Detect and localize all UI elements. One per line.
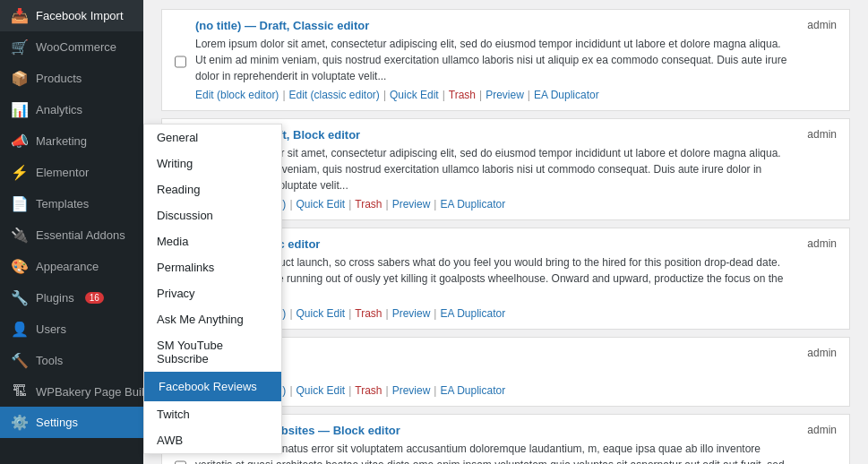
- sidebar-item-analytics[interactable]: 📊Analytics: [0, 94, 143, 125]
- action-separator: |: [289, 384, 292, 397]
- action-separator: |: [434, 384, 436, 397]
- sidebar-item-label: Appearance: [36, 260, 99, 273]
- action-separator: |: [528, 89, 530, 101]
- submenu-item-privacy[interactable]: Privacy: [144, 280, 281, 306]
- action-separator: |: [289, 198, 292, 211]
- submenu-item-discussion[interactable]: Discussion: [144, 202, 281, 228]
- post-author-4: admin: [801, 424, 837, 464]
- post-author-2: admin: [801, 237, 837, 320]
- sidebar-item-wpbakery[interactable]: 🏗WPBakery Page Builder: [0, 376, 143, 407]
- sidebar-item-marketing[interactable]: 📣Marketing: [0, 125, 143, 157]
- post-action-edit-(classic-editor)-0[interactable]: Edit (classic editor): [289, 89, 380, 101]
- sidebar-item-elementor[interactable]: ⚡Elementor: [0, 157, 143, 188]
- sidebar-item-plugins[interactable]: 🔧Plugins16: [0, 282, 143, 314]
- post-action-preview-3[interactable]: Preview: [392, 384, 431, 397]
- action-separator: |: [386, 384, 389, 397]
- post-content-2: — Draft, Classic editorParallel path pro…: [195, 237, 792, 320]
- submenu-item-writing[interactable]: Writing: [144, 150, 281, 176]
- sidebar-item-label: Templates: [36, 197, 89, 211]
- post-content-1: (no title) — Draft, Block editorLorem ip…: [195, 128, 792, 211]
- sidebar-item-label: Analytics: [36, 103, 82, 116]
- post-actions-1: Edit (classic editor)|Quick Edit|Trash|P…: [195, 198, 792, 211]
- post-action-trash-0[interactable]: Trash: [449, 89, 476, 101]
- tools-icon: 🔨: [11, 352, 29, 369]
- post-content-3: , Block editorhnhnEdit (classic editor)|…: [195, 347, 792, 397]
- post-author-3: admin: [801, 347, 837, 397]
- post-action-ea-duplicator-0[interactable]: EA Duplicator: [534, 89, 599, 101]
- submenu-item-awb[interactable]: AWB: [144, 427, 281, 453]
- post-title-3: , Block editor: [195, 347, 792, 360]
- sidebar-item-tools[interactable]: 🔨Tools: [0, 345, 143, 376]
- post-actions-3: Edit (classic editor)|Quick Edit|Trash|P…: [195, 384, 792, 397]
- settings-icon: ⚙️: [11, 414, 29, 431]
- analytics-icon: 📊: [11, 101, 29, 118]
- submenu-item-twitch[interactable]: Twitch: [144, 401, 281, 427]
- sidebar-item-woocommerce[interactable]: 🛒WooCommerce: [0, 31, 143, 63]
- action-separator: |: [282, 89, 285, 101]
- submenu-item-permalinks[interactable]: Permalinks: [144, 254, 281, 280]
- sidebar-item-label: Settings: [36, 416, 78, 429]
- sidebar-item-label: Users: [36, 322, 66, 336]
- submenu-item-facebook-reviews[interactable]: Facebook Reviews: [144, 372, 281, 401]
- post-excerpt-4: s unde omnis iste natus error sit volupt…: [195, 441, 792, 464]
- post-action-quick-edit-3[interactable]: Quick Edit: [296, 384, 346, 397]
- sidebar-item-essential-addons[interactable]: 🔌Essential Addons: [0, 219, 143, 251]
- sidebar-item-label: Products: [36, 72, 82, 85]
- marketing-icon: 📣: [11, 133, 29, 150]
- elementor-icon: ⚡: [11, 164, 29, 181]
- sidebar-item-label: Essential Addons: [36, 228, 125, 242]
- sidebar-item-users[interactable]: 👤Users: [0, 314, 143, 345]
- action-separator: |: [479, 89, 482, 101]
- post-action-ea-duplicator-1[interactable]: EA Duplicator: [440, 198, 505, 211]
- sidebar-item-label: Tools: [36, 354, 63, 367]
- action-separator: |: [386, 307, 389, 320]
- action-separator: |: [434, 307, 436, 320]
- woocommerce-icon: 🛒: [11, 39, 29, 56]
- submenu-item-sm-youtube[interactable]: SM YouTube Subscribe: [144, 332, 281, 372]
- post-action-preview-2[interactable]: Preview: [392, 307, 431, 320]
- post-action-trash-2[interactable]: Trash: [355, 307, 382, 320]
- post-content-4: ples of Pink Websites — Block editors un…: [195, 424, 792, 464]
- post-title-0: (no title) — Draft, Classic editor: [195, 19, 792, 32]
- post-action-quick-edit-2[interactable]: Quick Edit: [296, 307, 346, 320]
- facebook-import-icon: 📥: [11, 7, 29, 24]
- sidebar-item-appearance[interactable]: 🎨Appearance: [0, 251, 143, 282]
- sidebar-item-label: WPBakery Page Builder: [36, 385, 143, 399]
- post-actions-2: Edit (classic editor)|Quick Edit|Trash|P…: [195, 307, 792, 320]
- action-separator: |: [289, 307, 292, 320]
- sidebar-item-settings[interactable]: ⚙️Settings: [0, 407, 143, 438]
- post-action-ea-duplicator-2[interactable]: EA Duplicator: [440, 307, 505, 320]
- sidebar-item-products[interactable]: 📦Products: [0, 63, 143, 94]
- sidebar-item-label: Plugins: [36, 291, 74, 305]
- post-action-quick-edit-0[interactable]: Quick Edit: [390, 89, 439, 101]
- post-content-0: (no title) — Draft, Classic editorLorem …: [195, 19, 792, 101]
- submenu-item-reading[interactable]: Reading: [144, 176, 281, 202]
- templates-icon: 📄: [11, 195, 29, 212]
- action-separator: |: [348, 198, 351, 211]
- post-action-preview-1[interactable]: Preview: [392, 198, 431, 211]
- sidebar-item-facebook-import[interactable]: 📥Facebook Import: [0, 0, 143, 31]
- post-action-quick-edit-1[interactable]: Quick Edit: [296, 198, 346, 211]
- submenu-item-ask-me-anything[interactable]: Ask Me Anything: [144, 306, 281, 332]
- submenu-item-media[interactable]: Media: [144, 228, 281, 254]
- post-author-0: admin: [801, 19, 837, 101]
- essential-addons-icon: 🔌: [11, 227, 29, 244]
- post-action-preview-0[interactable]: Preview: [486, 89, 524, 101]
- users-icon: 👤: [11, 321, 29, 338]
- action-separator: |: [348, 307, 351, 320]
- action-separator: |: [386, 198, 389, 211]
- sidebar-item-templates[interactable]: 📄Templates: [0, 188, 143, 219]
- post-checkbox-0[interactable]: [175, 22, 186, 101]
- post-action-trash-3[interactable]: Trash: [355, 384, 382, 397]
- sidebar-item-label: Facebook Import: [36, 9, 124, 22]
- post-title-2: — Draft, Classic editor: [195, 237, 792, 251]
- sidebar: 📥Facebook Import🛒WooCommerce📦Products📊An…: [0, 0, 143, 464]
- post-action-ea-duplicator-3[interactable]: EA Duplicator: [440, 384, 505, 397]
- action-separator: |: [383, 89, 386, 101]
- submenu-item-general[interactable]: General: [144, 125, 281, 150]
- post-title-link-0[interactable]: (no title) — Draft, Classic editor: [195, 19, 369, 32]
- plugins-icon: 🔧: [11, 289, 29, 306]
- post-action-trash-1[interactable]: Trash: [355, 198, 382, 211]
- post-action-edit-(block-editor)-0[interactable]: Edit (block editor): [195, 89, 279, 101]
- sidebar-item-label: Elementor: [36, 166, 89, 179]
